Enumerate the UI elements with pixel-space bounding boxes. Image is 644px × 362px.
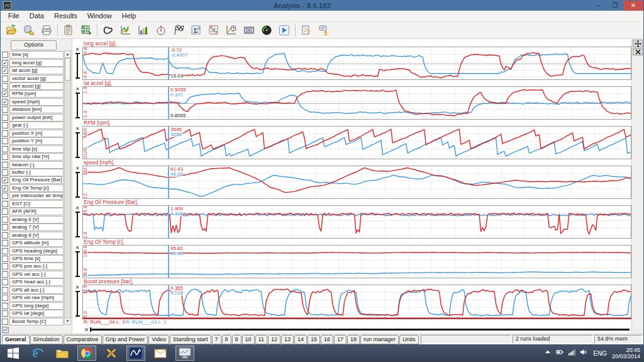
load-data-button[interactable]	[20, 22, 38, 38]
channel-label-gps-heading-degs[interactable]: GPS heading [degs]	[9, 247, 64, 255]
channel-label-eng-oil-pressure-bar[interactable]: Eng Oil Pressure [Bar]	[9, 176, 64, 184]
y-axis-range-bar[interactable]	[75, 251, 80, 277]
channel-label-gps-alt-acc[interactable]: GPS alt acc [-]	[9, 286, 64, 294]
clock[interactable]: 20:45 20/03/2014	[612, 347, 640, 359]
battery-icon[interactable]	[556, 348, 564, 359]
support-button[interactable]	[315, 22, 333, 38]
channel-label-lat-accel-g[interactable]: lat accel [g]	[9, 67, 64, 74]
channel-checkbox-vector-accel-g[interactable]	[2, 76, 8, 82]
start-taskbar-icon[interactable]	[4, 346, 23, 361]
channel-checkbox-gps-alt-acc[interactable]	[2, 287, 8, 293]
channel-label-analog-6-v[interactable]: analog 6 [V]	[9, 216, 64, 223]
tab-units[interactable]: Units	[399, 335, 419, 344]
tab-16[interactable]: 16	[321, 335, 333, 344]
help-button[interactable]: ?	[297, 22, 315, 38]
tab-14[interactable]: 14	[294, 335, 307, 344]
channel-scrollbar[interactable]: ▲ ▼	[64, 50, 71, 325]
chart-close-icon[interactable]: ✕	[75, 166, 80, 171]
channel-checkbox-vert-accel-g[interactable]	[2, 83, 8, 89]
chart-plot-lat-accel[interactable]: 1.3-1.30.50550.1010.8265	[82, 86, 631, 120]
chart-close-icon[interactable]: ✕	[75, 47, 80, 52]
channel-checkbox-position-x-m[interactable]	[2, 130, 8, 137]
channel-label-distance-km[interactable]: distance [km]	[9, 106, 64, 113]
scroll-up-icon[interactable]: ▲	[65, 51, 70, 58]
cursor-line[interactable]	[168, 285, 169, 317]
channel-label-gps-altitude-m[interactable]: GPS altitude [m]	[9, 239, 64, 247]
channel-label-afr-afr[interactable]: AFR [AFR]	[9, 208, 64, 215]
video-button[interactable]	[240, 22, 258, 38]
y-axis-range-bar[interactable]	[75, 132, 80, 158]
channel-checkbox-gps-vel-acc[interactable]	[2, 271, 8, 278]
channel-label-position-y-m[interactable]: position Y [m]	[9, 137, 64, 145]
tab-17[interactable]: 17	[334, 335, 347, 344]
channel-label-time-s[interactable]: time [s]	[9, 51, 64, 59]
channel-label-vector-accel-g[interactable]: vector accel [g]	[9, 75, 64, 82]
channel-label-egt-c[interactable]: EGT [C]	[9, 200, 64, 208]
cursor-line[interactable]	[168, 246, 169, 278]
channel-checkbox-rpm-rpm[interactable]: ✓	[2, 91, 8, 97]
tab-12[interactable]: 12	[268, 335, 280, 344]
chart-plot-rpm[interactable]: 7420.2120.3545.3250.	[82, 126, 631, 159]
channel-label-gear[interactable]: gear [-]	[9, 122, 64, 129]
menu-data[interactable]: Data	[25, 11, 49, 21]
scroll-down-icon[interactable]: ▼	[65, 317, 70, 324]
time-range-bar[interactable]	[91, 329, 630, 331]
tab-video[interactable]: Video	[148, 335, 169, 344]
channel-checkbox-boost-temp-c[interactable]	[2, 319, 8, 325]
maths-sigma-button[interactable]: Σ2	[187, 22, 205, 38]
channel-checkbox-afr-afr[interactable]	[2, 208, 8, 215]
chart-plot-speed[interactable]: 132.12.61.4346.05	[82, 166, 631, 199]
menu-file[interactable]: File	[3, 11, 25, 21]
channel-checkbox-gps-altitude-m[interactable]	[2, 240, 8, 246]
tab-run-manager[interactable]: run manager	[360, 335, 399, 344]
tab-grip-and-power[interactable]: Grip and Power	[103, 335, 148, 344]
analysis-taskbar-icon[interactable]: A	[126, 346, 145, 361]
cursor-line[interactable]	[168, 127, 169, 159]
channel-checkbox-lat-accel-g[interactable]: ✓	[2, 67, 8, 74]
measure-chart-button[interactable]	[223, 22, 240, 38]
clipboard-button[interactable]	[60, 22, 77, 38]
cursor-line[interactable]	[168, 206, 169, 238]
channel-label-analog-7-v[interactable]: analog 7 [V]	[9, 223, 64, 231]
volume-icon[interactable]	[580, 348, 588, 359]
tab-simulation[interactable]: Simulation	[30, 335, 63, 344]
move-panel-icon[interactable]	[633, 40, 643, 47]
chart-plot-oil-pressure[interactable]: 5.41.81.9094.426	[82, 205, 631, 239]
tab-7[interactable]: 7	[212, 335, 221, 344]
tab-11[interactable]: 11	[255, 335, 267, 344]
chart-plot-long-accel[interactable]: 0.8-0.8-0.72-0.400715.03	[82, 47, 631, 80]
channel-checkbox-eng-oil-pressure-bar[interactable]: ✓	[2, 177, 8, 183]
channel-grid-button[interactable]: 367	[205, 22, 223, 38]
channel-checkbox-gps-head-acc[interactable]	[2, 279, 8, 285]
y-axis-range-bar[interactable]	[75, 291, 80, 317]
channel-checkbox-time-slip-s[interactable]	[2, 146, 8, 152]
chart-close-icon[interactable]: ✕	[75, 285, 80, 290]
channel-checkbox-analog-7-v[interactable]	[2, 224, 8, 230]
chart-close-icon[interactable]: ✕	[75, 245, 80, 251]
tab-9[interactable]: 9	[232, 335, 242, 344]
restore-icon[interactable]: ❐	[607, 1, 623, 11]
explorer-taskbar-icon[interactable]	[53, 346, 72, 361]
channel-label-gps-vel-raw-mph[interactable]: GPS vel raw [mph]	[9, 294, 64, 302]
menu-results[interactable]: Results	[49, 11, 82, 21]
channel-label-gps-long-degs[interactable]: GPS long [degs]	[9, 302, 64, 310]
minimize-icon[interactable]: –	[591, 1, 607, 11]
y-axis-range-bar[interactable]	[75, 53, 80, 79]
channel-export-icon[interactable]	[2, 327, 9, 333]
play-button[interactable]	[275, 22, 293, 38]
channel-checkbox-pre-intercooler-air-temp-c[interactable]	[2, 193, 8, 199]
channel-label-long-accel-g[interactable]: long accel [g]	[9, 59, 64, 67]
channel-checkbox-analog-8-v[interactable]	[2, 232, 8, 239]
tab-15[interactable]: 15	[308, 335, 320, 344]
ie-taskbar-icon[interactable]: e	[28, 346, 47, 361]
channel-label-boost-temp-c[interactable]: Boost Temp [C]	[9, 318, 64, 325]
open-button[interactable]	[3, 22, 20, 38]
finish-flag-button[interactable]	[170, 22, 187, 38]
chart-plot-boost[interactable]: 2.90.00.3550.214	[82, 285, 631, 318]
options-button[interactable]: Options	[11, 40, 57, 50]
hidden-icons-icon[interactable]	[544, 348, 552, 359]
channel-label-gps-time-s[interactable]: GPS time [s]	[9, 255, 64, 263]
tab-standing-start[interactable]: Standing start	[170, 335, 211, 344]
cursor-line[interactable]	[168, 47, 169, 79]
channel-label-pre-intercooler-air-temp-c[interactable]: pre intercooler air temp [C]	[9, 192, 64, 200]
